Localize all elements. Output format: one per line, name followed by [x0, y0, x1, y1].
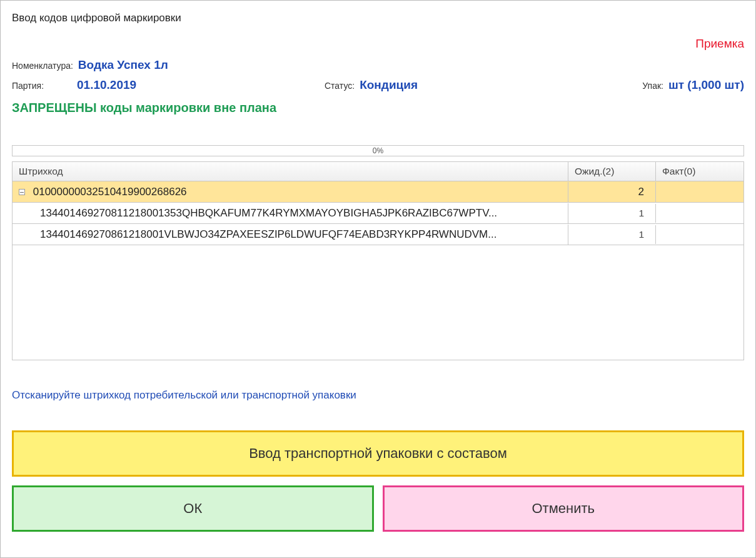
table-group-row[interactable]: 0100000003251041990026862​6 2 — [13, 181, 743, 203]
group-barcode: 0100000003251041990026862​6 — [33, 186, 187, 198]
pack-value: шт (1,000 шт) — [668, 78, 744, 92]
nomenclature-value: Водка Успех 1л — [78, 58, 168, 72]
mode-label: Приемка — [12, 37, 744, 51]
group-fact — [656, 188, 743, 196]
scan-prompt: Отсканируйте штрихкод потребительской ил… — [12, 389, 744, 402]
row-barcode: 1344014692708612180​01VLBWJO34ZPAXEESZIP… — [13, 225, 568, 245]
pack-row: Упак: шт (1,000 шт) — [642, 78, 744, 92]
collapse-icon[interactable] — [19, 189, 25, 195]
transport-package-button[interactable]: Ввод транспортной упаковки с составом — [12, 430, 744, 477]
warning-message: ЗАПРЕЩЕНЫ коды маркировки вне плана — [12, 101, 744, 115]
nomenclature-row: Номенклатура: Водка Успех 1л — [12, 58, 744, 72]
row-barcode: 1344014692708112180013​53QHBQKAFUM77K4RY… — [13, 203, 568, 223]
row-expected: 1 — [568, 204, 656, 223]
page-title: Ввод кодов цифровой маркировки — [12, 12, 744, 24]
party-row: Партия: 01.10.2019 — [12, 78, 325, 92]
group-expected: 2 — [568, 182, 656, 202]
progress-value: 0% — [373, 146, 383, 155]
header-fact[interactable]: Факт(0) — [656, 162, 743, 181]
table-row[interactable]: 1344014692708612180​01VLBWJO34ZPAXEESZIP… — [13, 224, 743, 245]
header-barcode[interactable]: Штрихкод — [13, 162, 568, 181]
progress-bar: 0% — [12, 145, 744, 156]
status-label: Статус: — [325, 81, 355, 91]
status-row: Статус: Кондиция — [325, 78, 642, 92]
row-fact — [656, 210, 743, 217]
barcode-table: Штрихкод Ожид.(2) Факт(0) 01000000032510… — [12, 161, 744, 360]
nomenclature-label: Номенклатура: — [12, 61, 73, 71]
ok-button[interactable]: ОК — [12, 485, 374, 532]
table-row[interactable]: 1344014692708112180013​53QHBQKAFUM77K4RY… — [13, 203, 743, 224]
cancel-button[interactable]: Отменить — [383, 485, 745, 532]
row-expected: 1 — [568, 225, 656, 244]
row-fact — [656, 231, 743, 238]
party-value: 01.10.2019 — [77, 78, 136, 92]
pack-label: Упак: — [642, 81, 663, 91]
party-label: Партия: — [12, 81, 72, 91]
header-expected[interactable]: Ожид.(2) — [568, 162, 656, 181]
table-header: Штрихкод Ожид.(2) Факт(0) — [13, 162, 743, 181]
status-value: Кондиция — [360, 78, 418, 92]
